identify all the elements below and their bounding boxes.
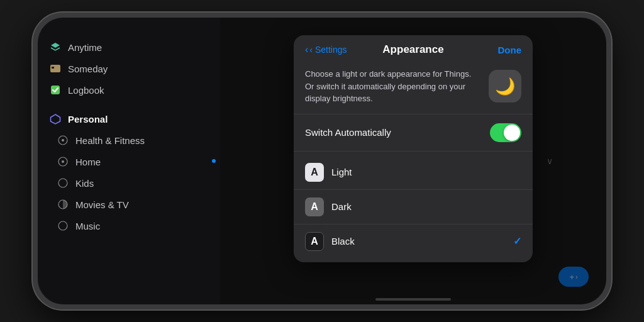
- sidebar-item-kids[interactable]: Kids: [38, 172, 220, 194]
- home-icon: [57, 155, 69, 168]
- sidebar-item-label-home: Home: [75, 157, 101, 167]
- sidebar-item-label-someday: Someday: [68, 64, 108, 74]
- sidebar-section-label-personal: Personal: [68, 114, 108, 125]
- switch-label: Switch Automatically: [305, 127, 391, 138]
- svg-point-9: [58, 221, 67, 230]
- back-button[interactable]: ‹ ‹ Settings: [305, 44, 347, 55]
- option-light-label: Light: [331, 167, 521, 177]
- sidebar-item-music[interactable]: Music: [38, 215, 220, 236]
- moon-icon-circle: 🌙: [489, 70, 521, 103]
- movies-icon: [57, 198, 69, 211]
- blue-dot-indicator: [212, 159, 216, 163]
- black-icon: A: [305, 232, 324, 251]
- appearance-options: A Light A Dark A Black ✓: [294, 152, 533, 262]
- music-icon: [57, 219, 69, 232]
- switch-automatically-row: Switch Automatically: [294, 114, 533, 152]
- back-label: ‹ Settings: [309, 45, 347, 55]
- svg-point-7: [58, 179, 67, 187]
- sidebar-item-label-kids: Kids: [75, 178, 94, 189]
- sidebar-item-home[interactable]: Home: [38, 151, 220, 172]
- sidebar-item-label-music: Music: [75, 221, 100, 231]
- description-text: Choose a light or dark appearance for Th…: [305, 68, 481, 105]
- layers-icon: [49, 41, 62, 53]
- option-dark[interactable]: A Dark: [294, 190, 533, 225]
- checkmark-icon: ✓: [513, 235, 521, 247]
- logbook-icon: [49, 84, 62, 96]
- done-button[interactable]: Done: [498, 45, 522, 55]
- sidebar-item-label-health: Health & Fitness: [75, 135, 145, 146]
- sidebar-item-anytime[interactable]: Anytime: [38, 36, 220, 58]
- option-dark-label: Dark: [331, 201, 521, 212]
- svg-rect-1: [52, 67, 54, 69]
- phone-screen: Anytime Someday Logboo: [38, 18, 606, 304]
- sidebar-item-logbook[interactable]: Logbook: [38, 79, 220, 101]
- light-icon: A: [305, 163, 324, 182]
- svg-point-4: [62, 139, 64, 142]
- sidebar-item-someday[interactable]: Someday: [38, 58, 220, 79]
- sidebar-item-label-anytime: Anytime: [68, 42, 102, 53]
- health-icon: [57, 134, 69, 147]
- dark-icon: A: [305, 197, 324, 216]
- option-black-label: Black: [331, 236, 506, 247]
- switch-automatically-toggle[interactable]: [490, 123, 521, 142]
- sidebar-item-label-logbook: Logbook: [68, 85, 104, 96]
- sidebar-item-health[interactable]: Health & Fitness: [38, 130, 220, 151]
- personal-icon: [49, 113, 62, 125]
- someday-icon: [49, 62, 62, 75]
- sidebar: Anytime Someday Logboo: [38, 18, 220, 304]
- svg-rect-0: [50, 65, 60, 72]
- sidebar-section-personal[interactable]: Personal: [38, 108, 220, 130]
- sidebar-item-label-movies: Movies & TV: [75, 199, 129, 210]
- svg-point-6: [62, 160, 64, 163]
- description-section: Choose a light or dark appearance for Th…: [294, 62, 533, 114]
- toggle-thumb: [504, 125, 520, 141]
- phone-shell: Anytime Someday Logboo: [33, 13, 611, 309]
- appearance-modal: ‹ ‹ Settings Appearance Done Choose a li…: [294, 35, 533, 262]
- modal-title: Appearance: [382, 43, 443, 56]
- kids-icon: [57, 177, 69, 189]
- modal-overlay: ‹ ‹ Settings Appearance Done Choose a li…: [220, 18, 606, 304]
- sidebar-divider: [38, 101, 220, 108]
- modal-header: ‹ ‹ Settings Appearance Done: [294, 35, 533, 62]
- sidebar-item-movies[interactable]: Movies & TV: [38, 194, 220, 215]
- moon-icon: 🌙: [495, 77, 515, 96]
- back-chevron-icon: ‹: [305, 44, 308, 55]
- option-light[interactable]: A Light: [294, 155, 533, 190]
- option-black[interactable]: A Black ✓: [294, 225, 533, 258]
